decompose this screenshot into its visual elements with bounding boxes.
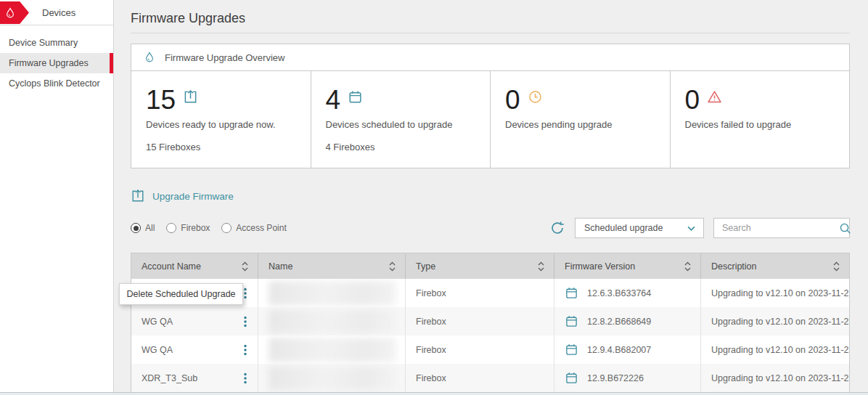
- table-row[interactable]: WG QA Firebox: [131, 335, 849, 364]
- horizontal-scrollbar[interactable]: [0, 392, 868, 395]
- calendar-icon: [348, 89, 363, 105]
- description-cell: Upgrading to v12.10 on 2023-11-23 ...: [701, 279, 849, 307]
- sidebar-item-label: Device Summary: [9, 38, 78, 48]
- firmware-version: 12.9.4.B682007: [587, 345, 651, 355]
- description-text: Upgrading to v12.10 on 2023-11-23 ...: [711, 317, 849, 327]
- page-title: Firmware Upgrades: [131, 11, 850, 33]
- firmware-version-cell: 12.8.2.B668649: [554, 307, 701, 335]
- description-cell: Upgrading to v12.10 on 2023-11-23 ...: [701, 307, 849, 335]
- sort-icon[interactable]: [684, 261, 692, 272]
- radio-firebox[interactable]: Firebox: [166, 223, 210, 233]
- table-header: Account Name Name Type: [131, 253, 849, 279]
- column-header-firmware-version[interactable]: Firmware Version: [554, 253, 701, 279]
- sort-icon[interactable]: [241, 261, 249, 272]
- radio-all[interactable]: All: [131, 223, 155, 233]
- redacted-device-name: [269, 309, 396, 334]
- stat-pending-upgrade: 0 Devices pending upgrade: [491, 71, 671, 168]
- account-name: WG QA: [142, 317, 173, 327]
- row-menu-icon[interactable]: [242, 343, 249, 357]
- stat-value: 4: [326, 87, 341, 113]
- stat-scheduled-to-upgrade: 4 Devices scheduled to upgrade 4 Firebox…: [311, 71, 491, 168]
- overview-header: Firmware Upgrade Overview: [131, 44, 849, 71]
- sidebar-header: Devices: [0, 0, 113, 25]
- stat-ready-to-upgrade: 15 Devices ready to upgrade now. 15 Fire…: [131, 71, 311, 168]
- description-text: Upgrading to v12.10 on 2023-11-23 ...: [711, 345, 849, 355]
- overview-title: Firmware Upgrade Overview: [165, 52, 284, 63]
- device-name-cell: [258, 364, 406, 392]
- type-cell: Firebox: [406, 279, 554, 307]
- type-cell: Firebox: [406, 307, 554, 335]
- radio-access-point[interactable]: Access Point: [221, 223, 286, 233]
- upload-icon: [131, 189, 145, 203]
- search-input[interactable]: [722, 223, 839, 233]
- device-type: Firebox: [416, 317, 446, 327]
- stat-sublabel: 4 Fireboxes: [326, 142, 476, 152]
- sidebar-item-device-summary[interactable]: Device Summary: [0, 33, 113, 53]
- stat-label: Devices pending upgrade: [505, 119, 655, 130]
- column-header-name[interactable]: Name: [258, 253, 406, 279]
- water-drop-icon: [143, 51, 156, 64]
- firmware-version-cell: 12.9.4.B682007: [554, 335, 701, 364]
- firmware-version: 12.9.B672226: [587, 373, 644, 383]
- column-header-account-name[interactable]: Account Name: [131, 253, 258, 279]
- sidebar-item-cyclops-blink-detector[interactable]: Cyclops Blink Detector: [0, 73, 113, 94]
- upgrade-status-dropdown[interactable]: Scheduled upgrade: [575, 218, 704, 238]
- column-label: Type: [416, 261, 435, 272]
- radio-label: Firebox: [181, 223, 210, 233]
- clock-icon: [528, 89, 543, 105]
- upgrade-firmware-button[interactable]: Upgrade Firmware: [131, 189, 234, 203]
- firmware-upgrades-table: Delete Scheduled Upgrade Account Name Na…: [131, 253, 850, 393]
- sidebar-item-label: Cyclops Blink Detector: [9, 78, 100, 89]
- sidebar-item-firmware-upgrades[interactable]: Firmware Upgrades: [0, 53, 113, 73]
- stat-value: 0: [505, 87, 520, 113]
- type-cell: Firebox: [406, 364, 554, 392]
- sort-icon[interactable]: [537, 261, 545, 272]
- redacted-device-name: [269, 338, 396, 362]
- calendar-icon: [565, 343, 578, 357]
- device-name-cell: [258, 335, 406, 364]
- dropdown-value: Scheduled upgrade: [584, 223, 663, 233]
- stat-label: Devices failed to upgrade: [685, 119, 835, 130]
- main-content: Firmware Upgrades Firmware Upgrade Overv…: [114, 0, 868, 395]
- stat-label: Devices scheduled to upgrade: [326, 119, 476, 130]
- sidebar-nav: Device Summary Firmware Upgrades Cyclops…: [0, 25, 113, 94]
- firmware-version-cell: 12.6.3.B633764: [554, 279, 701, 307]
- firmware-version: 12.6.3.B633764: [587, 288, 651, 298]
- radio-label: All: [145, 223, 155, 233]
- row-context-menu: Delete Scheduled Upgrade: [119, 283, 243, 305]
- radio-label: Access Point: [236, 223, 286, 233]
- account-name-cell: XDR_T3_Sub: [131, 364, 258, 392]
- column-header-description[interactable]: Description: [701, 253, 849, 279]
- calendar-icon: [565, 286, 578, 300]
- redacted-device-name: [269, 281, 396, 306]
- table-row[interactable]: XDR_T3_Sub Firebox: [131, 364, 849, 392]
- refresh-icon[interactable]: [549, 220, 565, 236]
- column-label: Firmware Version: [565, 261, 635, 272]
- device-type: Firebox: [416, 345, 446, 355]
- description-cell: Upgrading to v12.10 on 2023-11-23 ...: [701, 364, 849, 392]
- row-menu-icon[interactable]: [242, 314, 249, 329]
- type-cell: Firebox: [406, 335, 554, 364]
- column-header-type[interactable]: Type: [406, 253, 554, 279]
- column-label: Description: [711, 261, 757, 272]
- calendar-icon: [565, 314, 578, 328]
- brand-ribbon: [0, 1, 29, 24]
- device-name-cell: [258, 307, 406, 335]
- device-type-filter: All Firebox Access Point: [131, 223, 287, 233]
- device-type: Firebox: [416, 373, 446, 383]
- row-menu-icon[interactable]: [242, 371, 249, 386]
- sort-icon[interactable]: [388, 261, 396, 272]
- search-icon[interactable]: [839, 222, 851, 235]
- description-text: Upgrading to v12.10 on 2023-11-23 ...: [711, 288, 849, 298]
- firmware-upgrade-overview-card: Firmware Upgrade Overview 15 Devices rea…: [131, 44, 850, 168]
- sort-icon[interactable]: [832, 261, 840, 272]
- device-name-cell: [258, 279, 406, 307]
- redacted-device-name: [269, 366, 396, 391]
- delete-scheduled-upgrade-menu-item[interactable]: Delete Scheduled Upgrade: [126, 289, 235, 299]
- table-row[interactable]: WG QA Firebox: [131, 307, 849, 335]
- search-box: [713, 218, 850, 238]
- toolbar: All Firebox Access Point Scheduled upgra…: [131, 218, 850, 238]
- account-name-cell: WG QA: [131, 335, 258, 364]
- stat-value: 0: [685, 87, 700, 113]
- device-type: Firebox: [416, 288, 446, 298]
